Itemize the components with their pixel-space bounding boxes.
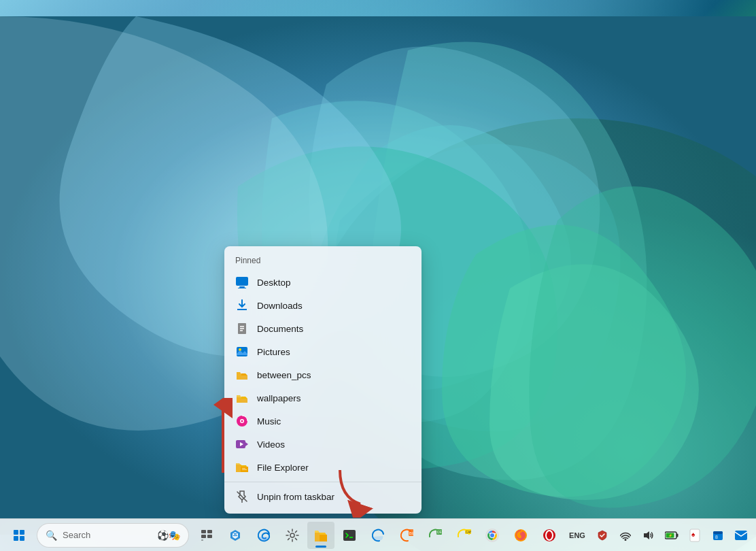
videos-icon xyxy=(235,437,249,451)
svg-rect-7 xyxy=(238,288,246,288)
settings-icon xyxy=(286,529,299,542)
menu-item-documents-label: Documents xyxy=(257,324,303,334)
svg-point-44 xyxy=(625,539,627,541)
menu-item-unpin[interactable]: Unpin from taskbar xyxy=(224,485,422,508)
mail-tray[interactable] xyxy=(730,522,752,549)
terminal-icon xyxy=(343,529,356,542)
music-icon xyxy=(235,414,249,428)
downloads-icon xyxy=(235,299,249,312)
menu-item-desktop-label: Desktop xyxy=(257,278,291,288)
svg-rect-26 xyxy=(201,535,206,538)
menu-item-pictures-label: Pictures xyxy=(257,347,290,357)
task-view-button[interactable] xyxy=(193,522,220,549)
documents-icon xyxy=(235,322,249,335)
menu-item-videos[interactable]: Videos xyxy=(224,433,422,456)
edge2-button[interactable] xyxy=(364,522,392,549)
unpin-icon xyxy=(235,490,249,503)
menu-item-downloads-label: Downloads xyxy=(257,301,303,311)
menu-item-downloads[interactable]: Downloads xyxy=(224,294,422,317)
settings-button[interactable] xyxy=(279,522,306,549)
menu-section-label: Pinned xyxy=(224,252,422,271)
edge-icon xyxy=(256,528,271,543)
svg-point-29 xyxy=(290,533,294,537)
svg-point-40 xyxy=(490,533,494,537)
edge-beta-button[interactable]: BETA xyxy=(393,522,420,549)
file-explorer-taskbar-icon xyxy=(313,528,328,543)
calendar-tray[interactable]: 8 xyxy=(707,522,729,549)
svg-rect-6 xyxy=(239,286,245,288)
firefox-button[interactable] xyxy=(507,522,534,549)
widgets-button[interactable] xyxy=(222,522,249,549)
menu-divider xyxy=(224,482,422,482)
svg-rect-47 xyxy=(676,533,678,537)
start-button[interactable] xyxy=(5,522,33,549)
pictures-icon xyxy=(235,345,249,358)
svg-rect-21 xyxy=(242,469,247,470)
search-bar[interactable]: 🔍 Search ⚽🎭 xyxy=(37,523,189,548)
solitaire-tray[interactable]: ♠ xyxy=(684,522,706,549)
svg-text:CAN: CAN xyxy=(466,531,471,534)
edge-dev-button[interactable]: DEV xyxy=(422,522,449,549)
menu-item-documents[interactable]: Documents xyxy=(224,317,422,340)
svg-rect-28 xyxy=(201,539,203,541)
search-placeholder: Search xyxy=(63,530,90,540)
network-tray[interactable] xyxy=(615,522,636,549)
svg-text:8: 8 xyxy=(715,535,718,539)
svg-text:BETA: BETA xyxy=(409,531,414,535)
file-explorer-icon xyxy=(235,461,249,474)
menu-item-music-label: Music xyxy=(257,416,281,427)
svg-rect-55 xyxy=(735,531,747,540)
language-tray[interactable]: ENG xyxy=(564,522,590,549)
chrome-button[interactable] xyxy=(479,522,506,549)
edge-button[interactable] xyxy=(250,522,277,549)
svg-rect-24 xyxy=(201,530,206,533)
between-pcs-icon xyxy=(235,368,249,382)
svg-rect-53 xyxy=(713,531,723,534)
menu-item-wallpapers-label: wallpapers xyxy=(257,393,301,403)
menu-item-unpin-label: Unpin from taskbar xyxy=(257,492,334,502)
arrow-down-indicator xyxy=(333,463,374,520)
context-menu: Pinned Desktop Downloads xyxy=(224,246,422,514)
svg-rect-30 xyxy=(343,530,356,541)
windows-logo xyxy=(14,530,24,541)
menu-item-file-explorer[interactable]: File Explorer xyxy=(224,456,422,479)
desktop: Pinned Desktop Downloads xyxy=(0,0,756,551)
taskbar: 🔍 Search ⚽🎭 xyxy=(0,518,756,551)
svg-rect-20 xyxy=(242,468,245,469)
menu-item-between-pcs[interactable]: between_pcs xyxy=(224,363,422,386)
opera-button[interactable] xyxy=(536,522,563,549)
menu-item-file-explorer-label: File Explorer xyxy=(257,463,309,473)
svg-text:♠: ♠ xyxy=(691,531,695,538)
task-view-icon xyxy=(201,529,213,541)
desktop-icon xyxy=(235,276,249,289)
search-icon: 🔍 xyxy=(46,530,57,541)
svg-marker-45 xyxy=(644,531,649,539)
svg-rect-25 xyxy=(207,530,212,533)
terminal-button[interactable] xyxy=(336,522,363,549)
svg-text:⚡: ⚡ xyxy=(668,533,673,538)
menu-item-pictures[interactable]: Pictures xyxy=(224,340,422,363)
arrow-up-indicator xyxy=(209,398,237,486)
svg-rect-27 xyxy=(207,535,212,538)
wallpapers-icon xyxy=(235,391,249,405)
volume-tray[interactable] xyxy=(638,522,659,549)
onedrive-tray[interactable] xyxy=(753,522,756,549)
widgets-icon xyxy=(228,529,242,542)
menu-item-between-pcs-label: between_pcs xyxy=(257,370,311,380)
edge-canary-button[interactable]: CAN xyxy=(450,522,477,549)
menu-item-desktop[interactable]: Desktop xyxy=(224,271,422,294)
file-explorer-taskbar-button[interactable] xyxy=(307,522,334,549)
menu-item-music[interactable]: Music xyxy=(224,410,422,433)
menu-item-videos-label: Videos xyxy=(257,439,285,450)
vpn-tray[interactable] xyxy=(591,522,613,549)
battery-tray[interactable]: ⚡ xyxy=(661,522,683,549)
svg-marker-18 xyxy=(245,442,248,446)
svg-text:DEV: DEV xyxy=(437,530,443,534)
taskbar-right: ENG xyxy=(564,522,756,549)
menu-item-wallpapers[interactable]: wallpapers xyxy=(224,386,422,410)
svg-rect-5 xyxy=(236,277,248,286)
search-widgets: ⚽🎭 xyxy=(157,530,180,541)
svg-point-16 xyxy=(241,420,243,422)
